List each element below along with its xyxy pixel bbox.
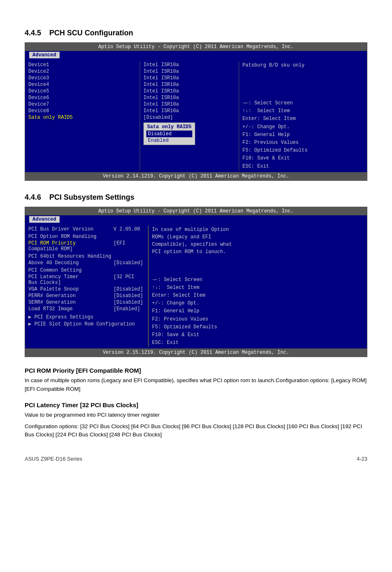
bios-nav-446: →←: Select Screen ↑↓: Select Item Enter:… (152, 276, 364, 347)
bios-right-446: In case of multiple Option ROMs (Legacy … (148, 226, 367, 347)
bios-body-445: Device1 Device2 Device3 Device4 Device5 … (25, 58, 367, 172)
subsection-pci-rom-priority-body: In case of multiple option roms (Legacy … (25, 376, 367, 393)
bios-item-device5: Device5 (28, 88, 136, 95)
bios-load-rt32-image[interactable]: Load RT32 Image [Enabled] (28, 306, 145, 312)
bios-nav-445: →←: Select Screen ↑↓: Select Item Enter:… (242, 99, 364, 171)
bios-pci-common-setting: PCI Common Setting (28, 266, 145, 274)
bios-footer-445: Version 2.14.1219. Copyright (C) 2011 Am… (25, 172, 367, 180)
bios-center-445: Intel ISR10a Intel ISR10a Intel ISR10a I… (140, 62, 239, 171)
dropdown-option-disabled[interactable]: Disabled (146, 131, 192, 137)
bios-vga-palette-snoop[interactable]: VGA Palette Snoop [Disabled] (28, 286, 145, 293)
bios-pci-bus-driver: PCI Bus Driver Version V 2.05.00 (28, 226, 145, 233)
bios-screen-445: Aptio Setup Utility - Copyright (C) 2011… (25, 42, 367, 181)
bios-item-device8: Device8 (28, 108, 136, 114)
bios-item-device7: Device7 (28, 101, 136, 108)
section-445-title: 4.4.5 PCH SCU Configuration (25, 29, 367, 37)
subsection-pci-rom-priority-title: PCI ROM Priority [EFI Compatible ROM] (25, 367, 367, 374)
bios-body-446: PCI Bus Driver Version V 2.05.00 PCI Opt… (25, 223, 367, 349)
bios-help-445: Patsburg B/D sku only (242, 62, 364, 69)
bios-tab-advanced-446[interactable]: Advanced (29, 216, 60, 223)
subsection-pci-latency-timer-body2: Configuration options: [32 PCI Bus Clock… (25, 422, 367, 439)
bios-perr-generation[interactable]: PERR# Generation [Disabled] (28, 293, 145, 299)
bios-header-446: Aptio Setup Utility - Copyright (C) 2011… (25, 207, 367, 215)
bios-serr-generation[interactable]: SERR# Generation [Disabled] (28, 299, 145, 306)
bios-item-device4: Device4 (28, 81, 136, 88)
bios-right-445: Patsburg B/D sku only →←: Select Screen … (239, 62, 367, 171)
bios-item-device2: Device2 (28, 68, 136, 75)
bios-pci-64bit-heading: PCI 64bit Resources Handling (28, 252, 145, 260)
subsection-pci-latency-timer-title: PCI Latency Timer [32 PCI Bus Clocks] (25, 401, 367, 408)
bios-item-sata-raid5[interactable]: Sata only RAID5 (28, 114, 136, 121)
bios-tab-row-446: Advanced (25, 215, 367, 223)
bios-header-445: Aptio Setup Utility - Copyright (C) 2011… (25, 43, 367, 51)
bios-above-4g-decoding[interactable]: Above 4G Decoding [Disabled] (28, 260, 145, 266)
bios-footer-446: Version 2.15.1219. Copyright (C) 2011 Am… (25, 348, 367, 357)
bios-tab-advanced-445[interactable]: Advanced (29, 52, 60, 58)
bios-left-445: Device1 Device2 Device3 Device4 Device5 … (25, 62, 140, 171)
bios-pci-rom-priority[interactable]: PCI ROM Priority [EFI Compatible ROM] (28, 240, 145, 252)
bios-pci-option-rom-handling: PCI Option ROM Handling (28, 233, 145, 240)
bios-item-device1: Device1 (28, 62, 136, 68)
dropdown-option-enabled[interactable]: Enabled (146, 137, 192, 144)
bios-pcie-slot-option-rom[interactable]: ▶ PCIE Slot Option Rom Configuration (28, 321, 145, 328)
bios-screen-446: Aptio Setup Utility - Copyright (C) 2011… (25, 207, 367, 358)
bios-tab-row-445: Advanced (25, 51, 367, 58)
bios-dropdown-445[interactable]: Sata only RAID5 Disabled Enabled (143, 122, 235, 145)
section-446-title: 4.4.6 PCI Subsystem Settings (25, 193, 367, 202)
page-footer: ASUS Z9PE-D16 Series 4-23 (25, 456, 367, 462)
bios-item-device6: Device6 (28, 95, 136, 101)
footer-brand: ASUS Z9PE-D16 Series (25, 456, 82, 462)
subsection-pci-latency-timer-body1: Value to be programmed into PCI latency … (25, 411, 367, 419)
bios-pci-latency-timer[interactable]: PCI Latency Timer [32 PCI Bus Clocks] (28, 274, 145, 286)
bios-pci-express-settings[interactable]: ▶ PCI Express Settings (28, 312, 145, 321)
bios-left-446: PCI Bus Driver Version V 2.05.00 PCI Opt… (25, 226, 148, 347)
bios-item-device3: Device3 (28, 75, 136, 81)
bios-help-446: In case of multiple Option ROMs (Legacy … (152, 226, 364, 256)
footer-page: 4-23 (357, 456, 367, 462)
